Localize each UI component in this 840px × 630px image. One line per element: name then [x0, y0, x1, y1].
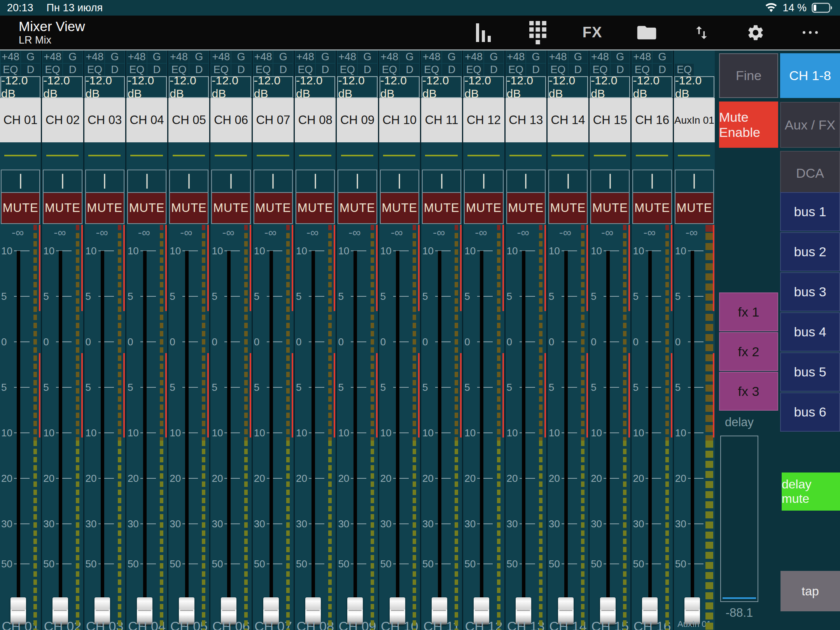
mute-button[interactable]: MUTE: [338, 193, 377, 224]
eq-curve-display[interactable]: [379, 142, 420, 170]
channel-name[interactable]: CH 13: [506, 98, 546, 142]
gain-value[interactable]: -12.0 dB: [632, 76, 672, 98]
eq-curve-display[interactable]: [463, 142, 504, 170]
aux-fx-button[interactable]: Aux / FX: [780, 102, 840, 148]
mute-button[interactable]: MUTE: [127, 193, 166, 224]
gate-indicator[interactable]: G: [358, 51, 377, 63]
phantom-48v-indicator[interactable]: +48: [548, 51, 568, 63]
mute-button[interactable]: MUTE: [464, 193, 503, 224]
mute-button[interactable]: MUTE: [169, 193, 208, 224]
eq-curve-display[interactable]: [632, 142, 672, 170]
phantom-48v-indicator[interactable]: +48: [338, 51, 357, 63]
eq-curve-display[interactable]: [126, 142, 167, 170]
pan-control[interactable]: [43, 170, 82, 193]
gain-value[interactable]: -12.0 dB: [674, 76, 714, 98]
phantom-48v-indicator[interactable]: +48: [254, 51, 273, 63]
eq-curve-display[interactable]: [210, 142, 251, 170]
gain-value[interactable]: -12.0 dB: [42, 76, 82, 98]
mute-button[interactable]: MUTE: [254, 193, 293, 224]
pan-control[interactable]: [296, 170, 335, 193]
mute-button[interactable]: MUTE: [506, 193, 546, 224]
phantom-48v-indicator[interactable]: +48: [127, 51, 147, 63]
phantom-48v-indicator[interactable]: +48: [43, 51, 62, 63]
channel-name[interactable]: CH 10: [379, 98, 420, 142]
channel-name[interactable]: CH 15: [590, 98, 630, 142]
phantom-48v-indicator[interactable]: +48: [296, 51, 315, 63]
phantom-48v-indicator[interactable]: +48: [211, 51, 231, 63]
eq-curve-display[interactable]: [168, 142, 209, 170]
pan-control[interactable]: [338, 170, 377, 193]
eq-curve-display[interactable]: [421, 142, 462, 170]
phantom-48v-indicator[interactable]: +48: [422, 51, 441, 63]
mute-button[interactable]: MUTE: [211, 193, 250, 224]
eq-curve-display[interactable]: [0, 142, 41, 170]
pan-control[interactable]: [211, 170, 250, 193]
channel-name[interactable]: CH 14: [548, 98, 588, 142]
eq-curve-display[interactable]: [674, 142, 715, 170]
pan-control[interactable]: [675, 170, 714, 193]
gain-value[interactable]: -12.0 dB: [295, 76, 335, 98]
mute-button[interactable]: MUTE: [296, 193, 335, 224]
gain-value[interactable]: -12.0 dB: [127, 76, 167, 98]
gate-indicator[interactable]: G: [316, 51, 335, 63]
mute-button[interactable]: MUTE: [380, 193, 419, 224]
mute-button[interactable]: MUTE: [548, 193, 588, 224]
eq-curve-display[interactable]: [295, 142, 336, 170]
pan-control[interactable]: [464, 170, 503, 193]
sidebar-bus-button[interactable]: bus 4: [780, 312, 840, 352]
gate-indicator[interactable]: G: [653, 51, 672, 63]
phantom-48v-indicator[interactable]: +48: [85, 51, 105, 63]
gain-value[interactable]: -12.0 dB: [506, 76, 546, 98]
gain-value[interactable]: -12.0 dB: [548, 76, 588, 98]
channel-name[interactable]: CH 03: [84, 98, 125, 142]
phantom-48v-indicator[interactable]: +48: [632, 51, 652, 63]
gate-indicator[interactable]: G: [400, 51, 419, 63]
phantom-48v-indicator[interactable]: +48: [506, 51, 526, 63]
sidebar-fx-button[interactable]: fx 3: [719, 372, 778, 411]
delay-mute-button[interactable]: delay mute: [782, 472, 840, 511]
mute-button[interactable]: MUTE: [422, 193, 461, 224]
fine-button[interactable]: Fine: [719, 53, 778, 98]
channel-name[interactable]: AuxIn 01: [674, 98, 715, 142]
gate-indicator[interactable]: G: [231, 51, 251, 63]
sidebar-fx-button[interactable]: fx 2: [719, 332, 778, 371]
sidebar-bus-button[interactable]: bus 5: [780, 352, 840, 392]
dialpad-icon[interactable]: [527, 21, 548, 44]
gain-value[interactable]: -12.0 dB: [0, 76, 40, 98]
sort-updown-icon[interactable]: [691, 23, 712, 42]
pan-control[interactable]: [380, 170, 419, 193]
gain-value[interactable]: -12.0 dB: [464, 76, 504, 98]
mute-button[interactable]: MUTE: [85, 193, 124, 224]
tap-button[interactable]: tap: [780, 571, 840, 611]
pan-control[interactable]: [254, 170, 293, 193]
pan-control[interactable]: [169, 170, 208, 193]
pan-control[interactable]: [548, 170, 588, 193]
phantom-48v-indicator[interactable]: +48: [590, 51, 610, 63]
settings-gear-icon[interactable]: [745, 23, 766, 42]
channel-name[interactable]: CH 08: [295, 98, 336, 142]
pan-control[interactable]: [590, 170, 630, 193]
gate-indicator[interactable]: G: [21, 51, 40, 63]
gain-value[interactable]: -12.0 dB: [422, 76, 462, 98]
gain-value[interactable]: -12.0 dB: [85, 76, 125, 98]
eq-curve-display[interactable]: [590, 142, 630, 170]
gate-indicator[interactable]: G: [611, 51, 630, 63]
channel-name[interactable]: CH 06: [210, 98, 251, 142]
eq-curve-display[interactable]: [337, 142, 378, 170]
gate-indicator[interactable]: G: [105, 51, 124, 63]
phantom-48v-indicator[interactable]: +48: [1, 51, 20, 63]
pan-control[interactable]: [506, 170, 546, 193]
channel-name[interactable]: CH 02: [42, 98, 83, 142]
mute-button[interactable]: MUTE: [632, 193, 672, 224]
bank-ch1-8-button[interactable]: CH 1-8: [780, 53, 840, 98]
gain-value[interactable]: -12.0 dB: [253, 76, 293, 98]
gate-indicator[interactable]: G: [484, 51, 504, 63]
sidebar-bus-button[interactable]: bus 3: [780, 272, 840, 312]
gain-value[interactable]: -12.0 dB: [380, 76, 420, 98]
gate-indicator[interactable]: G: [273, 51, 293, 63]
mute-button[interactable]: MUTE: [1, 193, 40, 224]
eq-curve-display[interactable]: [506, 142, 546, 170]
channel-name[interactable]: CH 09: [337, 98, 378, 142]
channel-name[interactable]: CH 16: [632, 98, 672, 142]
eq-curve-display[interactable]: [84, 142, 125, 170]
